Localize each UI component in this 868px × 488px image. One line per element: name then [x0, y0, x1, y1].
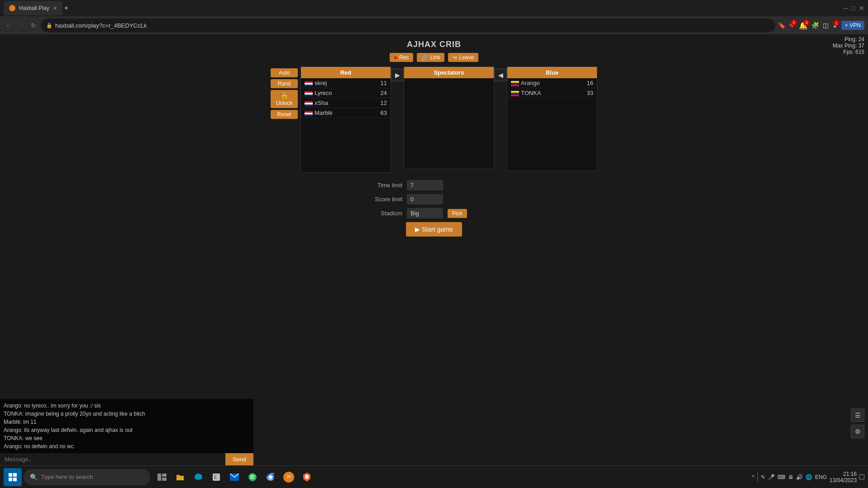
extensions-button[interactable]: 🧩	[811, 22, 819, 29]
tray-icon-2: 🎤	[768, 474, 775, 480]
forward-button[interactable]: →	[16, 20, 26, 31]
extension-icon-1[interactable]: ❤ 2	[789, 21, 795, 30]
start-game-button[interactable]: ▶ Start game	[406, 222, 462, 237]
tray-expand[interactable]: ^	[752, 474, 754, 480]
chat-message-5: TONKA: we see	[4, 434, 250, 442]
url-bar[interactable]: 🔒 haxball.com/play?c=r_4BEDYCcLk	[41, 19, 775, 32]
taskbar-search-bar[interactable]: 🔍 Type here to search	[24, 469, 150, 485]
flag-nl	[305, 91, 313, 96]
time-limit-label: Time limit	[366, 182, 402, 189]
game-title: AJHAX CRIB	[0, 34, 868, 53]
game-settings: Time limit Score limit Stadium Big Pick …	[0, 180, 868, 237]
blue-team-column: Blue Arango 16 TONKA 33	[507, 66, 597, 171]
sidebar-button[interactable]: ◫	[823, 22, 829, 29]
fps-value: Fps: 615	[833, 49, 864, 55]
mail-button[interactable]	[226, 469, 243, 485]
file-explorer-button[interactable]	[172, 469, 188, 485]
stadium-value: Big	[407, 208, 443, 218]
spectators-header: Spectators	[404, 67, 494, 78]
new-tab-button[interactable]: +	[64, 4, 68, 12]
rec-button[interactable]: ● Rec	[390, 53, 414, 62]
blue-team-section: ◀ Blue Arango 16 TONKA 33	[494, 66, 597, 171]
tab-close-button[interactable]: ✕	[53, 5, 57, 11]
svg-point-12	[269, 475, 272, 479]
svg-rect-6	[162, 478, 167, 481]
chat-input-row: Send	[0, 453, 253, 465]
tab-title: Haxball Play	[19, 5, 49, 11]
flag-nl	[305, 101, 313, 106]
edge-browser-button[interactable]	[190, 469, 206, 485]
chrome-button[interactable]	[262, 469, 279, 485]
reload-button[interactable]: ↻	[29, 20, 38, 31]
player-row-skrej: skrej 11	[301, 78, 391, 88]
download-icon[interactable]: ⬇ 1	[832, 22, 838, 29]
windows-explorer-icon[interactable]: E	[208, 469, 224, 485]
reset-button[interactable]: Reset	[271, 110, 298, 119]
notifications-button[interactable]: □	[859, 472, 864, 482]
vpn-button[interactable]: + VPN	[841, 21, 864, 30]
score-limit-input[interactable]	[407, 194, 443, 204]
ping-display: Ping: 24 Max Ping: 37 Fps: 615	[833, 36, 864, 55]
time-limit-input[interactable]	[407, 180, 443, 190]
svg-rect-5	[162, 474, 167, 477]
player-row-lyreco: Lyreco 24	[301, 88, 391, 98]
maximize-button[interactable]: □	[852, 5, 855, 12]
spotify-button[interactable]	[244, 469, 261, 485]
hamburger-menu-button[interactable]: ☰	[851, 408, 864, 422]
bookmark-icon[interactable]: 🔖	[778, 22, 786, 29]
blue-team-header: Blue	[507, 67, 597, 78]
svg-rect-4	[157, 474, 161, 481]
url-text: haxball.com/play?c=r_4BEDYCcLk	[55, 22, 147, 29]
tray-icon-6: 🌐	[806, 474, 812, 480]
lock-icon: 🔓	[281, 92, 288, 99]
player-row-marble: Marblè 63	[301, 108, 391, 118]
leave-button[interactable]: ↪ Leave	[448, 53, 478, 62]
left-controls: Auto Rand 🔓 Unlock Reset	[271, 68, 298, 119]
pick-button[interactable]: Pick	[448, 209, 467, 218]
close-window-button[interactable]: ✕	[859, 5, 864, 12]
link-button[interactable]: 🔗 Link	[417, 53, 444, 62]
rand-button[interactable]: Rand	[271, 79, 298, 88]
browser-extensions: 🔖 ❤ 2 🔔 3 🧩 ◫ ⬇ 1 + VPN	[778, 21, 864, 30]
brave-button[interactable]	[299, 469, 315, 485]
main-content: Ping: 24 Max Ping: 37 Fps: 615 AJHAX CRI…	[0, 34, 868, 465]
teams-area: Auto Rand 🔓 Unlock Reset Red skrej 11 Ly…	[0, 66, 868, 173]
address-bar: ← → ↻ 🔒 haxball.com/play?c=r_4BEDYCcLk 🔖…	[0, 16, 868, 34]
tab-favicon	[9, 5, 15, 11]
player-row-xsha: xSha 12	[301, 98, 391, 108]
stadium-row: Stadium Big Pick	[366, 208, 502, 218]
chat-message-6: Arango: no defwin and no wc	[4, 442, 250, 450]
active-tab[interactable]: Haxball Play ✕	[4, 1, 62, 15]
minimize-button[interactable]: ─	[844, 5, 848, 12]
chat-input[interactable]	[0, 453, 225, 465]
score-limit-label: Score limit	[366, 196, 402, 203]
search-placeholder: Type here to search	[41, 474, 93, 480]
chat-message-1: Arango: no lyreco.. im sorry for you :/ …	[4, 402, 250, 410]
language-indicator: ENG	[815, 474, 827, 480]
send-button[interactable]: Send	[225, 453, 253, 465]
settings-cog-button[interactable]: ⚙	[851, 425, 864, 438]
flag-nl	[305, 81, 313, 86]
extension-icon-2[interactable]: 🔔 3	[799, 21, 808, 30]
time-limit-row: Time limit	[366, 180, 502, 190]
move-to-red-button[interactable]: ▶	[391, 69, 404, 81]
system-tray: ^ ✎ 🎤 ⌨ 🖥 🔊 🌐 ENG 21:16 13/04/2023 □	[752, 471, 864, 483]
task-view-button[interactable]	[154, 469, 170, 485]
start-button[interactable]	[4, 468, 22, 486]
max-ping-value: Max Ping: 37	[833, 43, 864, 49]
chat-container: Arango: no lyreco.. im sorry for you :/ …	[0, 399, 253, 465]
svg-rect-2	[9, 478, 12, 481]
move-to-blue-button[interactable]: ◀	[494, 69, 507, 81]
svg-rect-3	[13, 478, 17, 481]
player-row-tonka: TONKA 33	[507, 88, 597, 98]
chat-message-2: TONKA: imagine being a prolly 20yo and a…	[4, 410, 250, 418]
chat-messages: Arango: no lyreco.. im sorry for you :/ …	[0, 399, 253, 453]
auto-button[interactable]: Auto	[271, 68, 298, 77]
flag-nl	[305, 111, 313, 116]
unlock-button[interactable]: 🔓 Unlock	[271, 90, 298, 108]
spectators-column: Spectators	[404, 66, 494, 169]
back-button[interactable]: ←	[4, 20, 14, 31]
red-team-column: Red skrej 11 Lyreco 24 xSha 12 Marblè 63	[300, 66, 391, 173]
haxball-browser-tab[interactable]: H	[281, 469, 297, 485]
red-team-header: Red	[301, 67, 391, 78]
